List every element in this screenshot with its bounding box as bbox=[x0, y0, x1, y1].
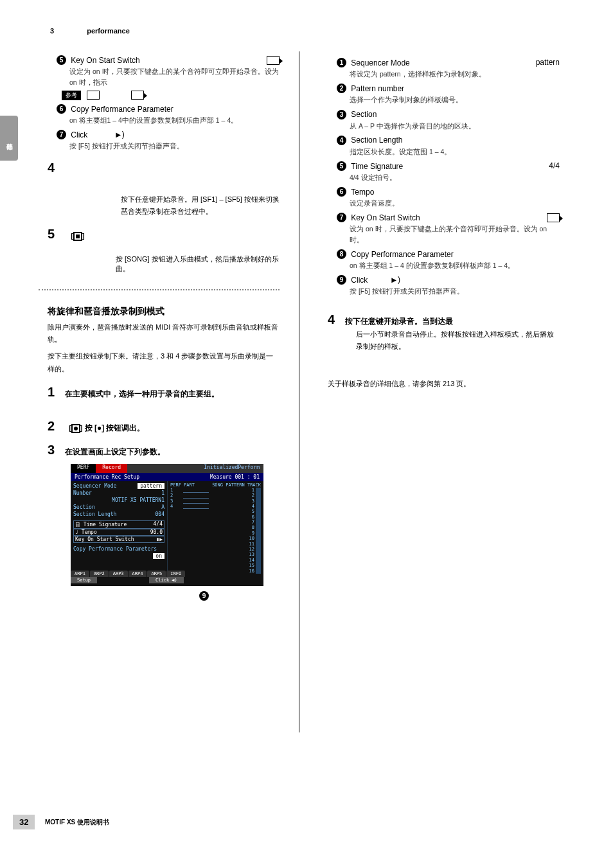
lcd-sf-arp5: ARP5 bbox=[147, 571, 166, 577]
circle-8: 8 bbox=[337, 249, 346, 259]
right-param-6-desc: 设定录音速度。 bbox=[350, 198, 560, 209]
bars-play-icon bbox=[267, 55, 280, 65]
circle-1: 1 bbox=[337, 58, 346, 67]
step-5: 5 [] bbox=[48, 227, 280, 242]
circle-5: 5 bbox=[337, 161, 346, 171]
param-5-title: 5 Key On Start Switch bbox=[57, 55, 280, 65]
lcd-tab-perf: PERF bbox=[71, 464, 96, 473]
lcd-f-click: Click ◀) bbox=[149, 577, 184, 583]
subsection-p1: 除用户演奏外，琶音播放时发送的 MIDI 音符亦可录制到乐曲音轨或样板音轨。 bbox=[48, 321, 280, 347]
lcd-sf-arp3: ARP3 bbox=[109, 571, 128, 577]
circle-9: 9 bbox=[337, 275, 346, 285]
right-param-5-title: 5 Time Signature4/4 bbox=[337, 161, 560, 171]
param-7-title: 7 Click bbox=[57, 130, 280, 139]
chapter-title: performance bbox=[87, 27, 130, 35]
circle-4: 4 bbox=[337, 136, 346, 145]
step2-2: 2 [] 按 [●] 按钮调出。 bbox=[48, 419, 280, 434]
param-5-desc: 设定为 on 时，只要按下键盘上的某个音符即可立即开始录音。设为 on 时，指示 bbox=[69, 66, 280, 88]
right-param-3-title: 3 Section bbox=[337, 109, 560, 119]
right-param-2-title: 2 Pattern number bbox=[337, 84, 560, 93]
chapter-header: 3 performance bbox=[50, 27, 130, 35]
step-4: 4 bbox=[48, 161, 280, 175]
right-param-1-desc: 将设定为 pattern，选择样板作为录制对象。 bbox=[350, 69, 560, 80]
step-4-desc: 按下任意键开始录音。用 [SF1] – [SF5] 按钮来切换琶音类型录制在录音… bbox=[76, 193, 280, 217]
right-note: 关于样板录音的详细信息，请参阅第 213 页。 bbox=[328, 378, 560, 391]
dotted-divider bbox=[39, 289, 280, 290]
lcd-screenshot: 1 2 3 4 5 6 7 8 9 PERF Record bbox=[71, 464, 263, 586]
speaker-icon bbox=[391, 276, 399, 284]
circle-6: 6 bbox=[337, 187, 346, 197]
subsection-p2: 按下主要组按钮录制下来。请注意，3 和 4 步骤参数设置与乐曲录制是一样的。 bbox=[48, 350, 280, 376]
right-param-6-title: 6 Tempo bbox=[337, 187, 560, 197]
chapter-number: 3 bbox=[50, 27, 54, 35]
lcd-sf-info: INFO bbox=[166, 571, 185, 577]
column-divider bbox=[299, 51, 299, 732]
right-param-7-title: 7 Key On Start Switch bbox=[337, 213, 560, 222]
bars-play-icon bbox=[131, 91, 144, 100]
right-param-8-desc: on 将主要组 1 – 4 的设置参数复制到样板声部 1 – 4。 bbox=[350, 260, 560, 271]
circle-7: 7 bbox=[337, 213, 346, 222]
left-column: 5 Key On Start Switch 设定为 on 时，只要按下键盘上的某… bbox=[32, 51, 286, 732]
right-step-4: 4 按下任意键开始录音。当到达最 bbox=[328, 312, 560, 327]
speaker-icon bbox=[116, 131, 123, 139]
lcd-subbar-left: Performance Rec Setup bbox=[75, 474, 139, 480]
lcd-f-setup: Setup bbox=[71, 577, 97, 583]
circle-3: 3 bbox=[337, 110, 346, 120]
step2-1: 1 在主要模式中，选择一种用于录音的主要组。 bbox=[48, 385, 280, 400]
right-param-7-desc: 设为 on 时，只要按下键盘上的某个音符即可开始录音。设为 on 时。 bbox=[350, 224, 560, 245]
circle-5: 5 bbox=[57, 55, 66, 65]
callout-9: 9 bbox=[199, 591, 209, 601]
step2-3: 3 在设置画面上设定下列参数。 bbox=[48, 443, 280, 457]
right-param-4-desc: 指定区块长度。设定范围 1 – 4。 bbox=[350, 146, 560, 157]
right-param-9-title: 9 Click bbox=[337, 275, 560, 285]
right-param-5-desc: 4/4 设定拍号。 bbox=[350, 172, 560, 183]
lcd-sf-arp4: ARP4 bbox=[129, 571, 147, 577]
right-param-1-title: 1 Sequencer Modepattern bbox=[337, 58, 560, 67]
record-icon bbox=[71, 424, 80, 433]
lcd-tab-record: Record bbox=[96, 464, 127, 473]
lcd-title: InitializedPerform bbox=[200, 464, 263, 473]
circle-6: 6 bbox=[57, 104, 66, 114]
lcd-subbar-right: Measure 001 : 01 bbox=[210, 474, 260, 480]
lcd-sf-arp1: ARP1 bbox=[71, 571, 89, 577]
param-6-title: 6 Copy Performance Parameter bbox=[57, 104, 280, 114]
subsection-heading: 将旋律和琶音播放录制到模式 bbox=[48, 306, 280, 317]
right-column: 1 Sequencer Modepattern 将设定为 pattern，选择样… bbox=[312, 51, 566, 732]
circle-7: 7 bbox=[57, 130, 66, 139]
lcd-sf-arp2: ARP2 bbox=[90, 571, 109, 577]
bars-icon bbox=[87, 91, 100, 100]
stop-icon bbox=[73, 232, 82, 241]
side-tab: 基础部分 bbox=[0, 116, 18, 161]
param-7-desc: 按 [F5] 按钮打开或关闭节拍器声音。 bbox=[69, 141, 280, 152]
right-step-4-desc: 后一小节时录音自动停止。按样板按钮进入样板模式，然后播放录制好的样板。 bbox=[356, 328, 560, 352]
step-5-desc: 按 [SONG] 按钮进入乐曲模式，然后播放录制好的乐曲。 bbox=[116, 254, 280, 274]
circle-2: 2 bbox=[337, 84, 346, 93]
param-5-note: 参考 bbox=[62, 91, 280, 100]
right-param-4-title: 4 Section Length bbox=[337, 135, 560, 145]
right-param-8-title: 8 Copy Performance Parameter bbox=[337, 249, 560, 259]
note-tag: 参考 bbox=[62, 91, 81, 100]
right-param-9-desc: 按 [F5] 按钮打开或关闭节拍器声音。 bbox=[350, 286, 560, 297]
right-param-3-desc: 从 A – P 中选择作为录音目的地的区块。 bbox=[350, 121, 560, 132]
bars-play-icon bbox=[547, 213, 560, 222]
param-6-desc: on 将主要组1 – 4中的设置参数复制到乐曲声部 1 – 4。 bbox=[69, 115, 280, 126]
right-param-2-desc: 选择一个作为录制对象的样板编号。 bbox=[350, 94, 560, 105]
page-number: 32 bbox=[13, 815, 35, 829]
footer-owner: MOTIF XS 使用说明书 bbox=[45, 818, 109, 827]
